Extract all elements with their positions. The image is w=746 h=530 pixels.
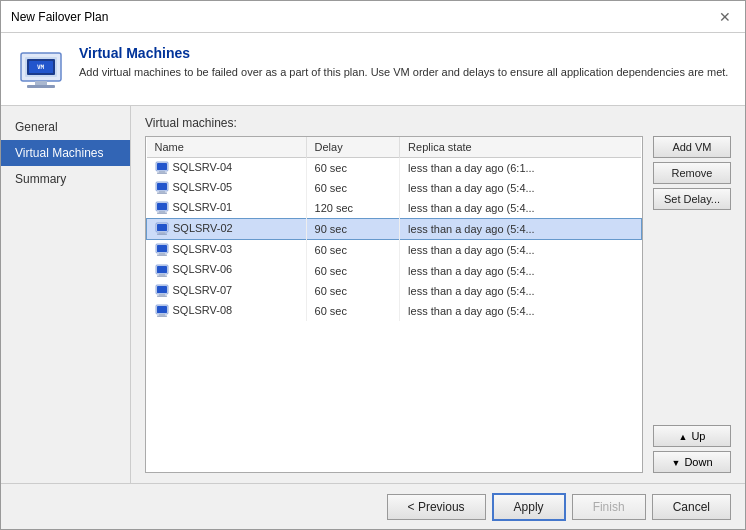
cell-replica-state: less than a day ago (6:1... <box>400 158 642 179</box>
cell-replica-state: less than a day ago (5:4... <box>400 178 642 198</box>
cell-delay: 60 sec <box>306 301 400 321</box>
col-name: Name <box>147 137 307 158</box>
add-vm-button[interactable]: Add VM <box>653 136 731 158</box>
vm-row-icon <box>155 284 169 298</box>
vm-name: SQLSRV-01 <box>173 201 233 213</box>
vm-name: SQLSRV-06 <box>173 263 233 275</box>
vm-name: SQLSRV-08 <box>173 304 233 316</box>
set-delay-button[interactable]: Set Delay... <box>653 188 731 210</box>
dialog-title: New Failover Plan <box>11 10 108 24</box>
vm-row-icon <box>155 222 169 236</box>
vm-row-icon <box>155 304 169 318</box>
svg-rect-14 <box>157 193 167 194</box>
vm-row-icon <box>155 201 169 215</box>
section-label: Virtual machines: <box>145 116 731 130</box>
cell-name: SQLSRV-04 <box>147 158 307 179</box>
col-delay: Delay <box>306 137 400 158</box>
svg-rect-32 <box>157 286 167 293</box>
finish-button[interactable]: Finish <box>572 494 646 520</box>
header-section: VM Virtual Machines Add virtual machines… <box>1 33 745 106</box>
main-content: General Virtual Machines Summary Virtual… <box>1 106 745 483</box>
header-text: Virtual Machines Add virtual machines to… <box>79 45 728 80</box>
table-header: Name Delay Replica state <box>147 137 642 158</box>
svg-rect-28 <box>157 266 167 273</box>
vm-row-icon <box>155 264 169 278</box>
vm-table-container[interactable]: Name Delay Replica state SQLSRV-0460 sec… <box>145 136 643 473</box>
up-button[interactable]: Up <box>653 425 731 447</box>
svg-rect-36 <box>157 306 167 313</box>
vm-name: SQLSRV-03 <box>173 243 233 255</box>
cell-delay: 120 sec <box>306 198 400 219</box>
col-replica-state: Replica state <box>400 137 642 158</box>
cell-name: SQLSRV-08 <box>147 301 307 321</box>
table-and-buttons: Name Delay Replica state SQLSRV-0460 sec… <box>145 136 731 473</box>
remove-button[interactable]: Remove <box>653 162 731 184</box>
svg-rect-24 <box>157 245 167 252</box>
down-button[interactable]: Down <box>653 451 731 473</box>
svg-rect-9 <box>159 171 165 173</box>
table-row[interactable]: SQLSRV-01120 secless than a day ago (5:4… <box>147 198 642 219</box>
header-description: Add virtual machines to be failed over a… <box>79 65 728 80</box>
cancel-button[interactable]: Cancel <box>652 494 731 520</box>
svg-rect-38 <box>157 315 167 316</box>
table-row[interactable]: SQLSRV-0760 secless than a day ago (5:4.… <box>147 281 642 301</box>
cell-name: SQLSRV-01 <box>147 198 307 219</box>
vm-header-icon: VM <box>17 45 65 93</box>
sidebar-item-general[interactable]: General <box>1 114 130 140</box>
cell-name: SQLSRV-05 <box>147 178 307 198</box>
svg-rect-29 <box>159 274 165 276</box>
cell-replica-state: less than a day ago (5:4... <box>400 219 642 240</box>
close-button[interactable]: ✕ <box>715 9 735 25</box>
table-row[interactable]: SQLSRV-0660 secless than a day ago (5:4.… <box>147 260 642 280</box>
svg-rect-21 <box>159 232 165 234</box>
table-row[interactable]: SQLSRV-0460 secless than a day ago (6:1.… <box>147 158 642 179</box>
sidebar-item-virtual-machines[interactable]: Virtual Machines <box>1 140 130 166</box>
table-buttons: Add VM Remove Set Delay... Up Down <box>647 136 731 473</box>
svg-rect-16 <box>157 203 167 210</box>
cell-delay: 60 sec <box>306 281 400 301</box>
vm-table: Name Delay Replica state SQLSRV-0460 sec… <box>146 137 642 321</box>
vm-table-body: SQLSRV-0460 secless than a day ago (6:1.… <box>147 158 642 321</box>
svg-rect-6 <box>27 85 55 88</box>
svg-rect-13 <box>159 191 165 193</box>
cell-replica-state: less than a day ago (5:4... <box>400 301 642 321</box>
content-area: Virtual machines: Name Delay Replica sta… <box>131 106 745 483</box>
previous-button[interactable]: < Previous <box>387 494 486 520</box>
vm-name: SQLSRV-05 <box>173 181 233 193</box>
vm-name: SQLSRV-07 <box>173 284 233 296</box>
apply-button[interactable]: Apply <box>492 493 566 521</box>
svg-rect-30 <box>157 275 167 276</box>
table-row[interactable]: SQLSRV-0360 secless than a day ago (5:4.… <box>147 240 642 261</box>
cell-replica-state: less than a day ago (5:4... <box>400 260 642 280</box>
cell-delay: 60 sec <box>306 178 400 198</box>
dialog: New Failover Plan ✕ VM Virtual Machines … <box>0 0 746 530</box>
svg-rect-5 <box>35 81 47 85</box>
down-arrow-icon <box>671 456 680 468</box>
cell-delay: 60 sec <box>306 158 400 179</box>
svg-rect-34 <box>157 295 167 296</box>
svg-rect-22 <box>157 234 167 235</box>
svg-rect-33 <box>159 294 165 296</box>
svg-rect-8 <box>157 163 167 170</box>
svg-rect-10 <box>157 173 167 174</box>
cell-replica-state: less than a day ago (5:4... <box>400 198 642 219</box>
table-row[interactable]: SQLSRV-0560 secless than a day ago (5:4.… <box>147 178 642 198</box>
svg-rect-25 <box>159 253 165 255</box>
svg-rect-18 <box>157 213 167 214</box>
svg-rect-20 <box>157 224 167 231</box>
down-label: Down <box>684 456 712 468</box>
cell-name: SQLSRV-07 <box>147 281 307 301</box>
cell-delay: 60 sec <box>306 240 400 261</box>
sidebar-item-summary[interactable]: Summary <box>1 166 130 192</box>
svg-rect-12 <box>157 183 167 190</box>
table-row[interactable]: SQLSRV-0290 secless than a day ago (5:4.… <box>147 219 642 240</box>
footer: < Previous Apply Finish Cancel <box>1 483 745 529</box>
vm-row-icon <box>155 181 169 195</box>
svg-rect-17 <box>159 211 165 213</box>
vm-name: SQLSRV-04 <box>173 161 233 173</box>
cell-replica-state: less than a day ago (5:4... <box>400 240 642 261</box>
table-row[interactable]: SQLSRV-0860 secless than a day ago (5:4.… <box>147 301 642 321</box>
header-title: Virtual Machines <box>79 45 728 61</box>
up-arrow-icon <box>678 430 687 442</box>
cell-name: SQLSRV-02 <box>147 219 307 240</box>
